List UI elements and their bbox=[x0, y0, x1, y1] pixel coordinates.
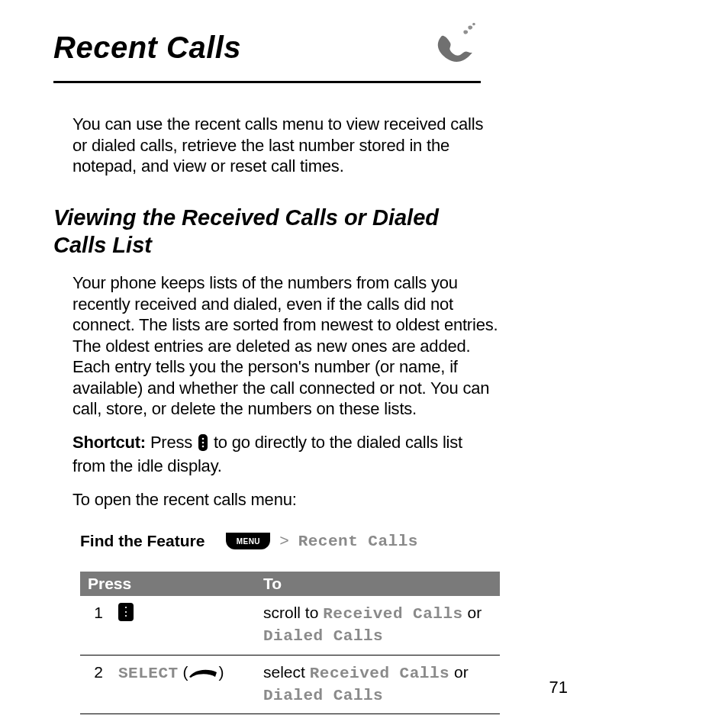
to-cell: select Received Calls or Dialed Calls bbox=[256, 655, 500, 714]
menu-key-icon: MENU bbox=[226, 533, 270, 549]
select-label: SELECT bbox=[118, 665, 179, 682]
press-cell bbox=[111, 596, 256, 655]
ui-text: Dialed Calls bbox=[263, 627, 383, 645]
page-title: Recent Calls bbox=[53, 31, 241, 65]
find-label: Find the Feature bbox=[80, 532, 205, 550]
to-cell: scroll to Received Calls or Dialed Calls bbox=[256, 596, 500, 655]
path-separator: > bbox=[279, 533, 289, 550]
path-target: Recent Calls bbox=[298, 533, 418, 550]
find-the-feature-row: Find the Feature MENU > Recent Calls bbox=[80, 531, 682, 550]
to-pre: scroll to bbox=[263, 604, 323, 621]
title-row: Recent Calls bbox=[53, 31, 481, 83]
ui-text: Dialed Calls bbox=[263, 687, 383, 704]
intro-paragraph: You can use the recent calls menu to vie… bbox=[72, 114, 500, 177]
to-mid: or bbox=[449, 663, 469, 681]
section-paragraph: Your phone keeps lists of the numbers fr… bbox=[72, 272, 500, 420]
page-number: 71 bbox=[549, 678, 568, 697]
shortcut-line: Shortcut: Press to go directly to the di… bbox=[72, 432, 500, 477]
find-path: MENU > Recent Calls bbox=[226, 531, 418, 550]
shortcut-before: Press bbox=[146, 433, 197, 452]
step-number: 1 bbox=[80, 596, 111, 655]
to-mid: or bbox=[463, 604, 482, 621]
nav-key-icon bbox=[118, 603, 134, 621]
paren-close: ) bbox=[218, 663, 224, 681]
phone-icon bbox=[427, 23, 481, 69]
svg-point-3 bbox=[202, 445, 205, 447]
scroll-key-icon bbox=[197, 434, 209, 456]
ui-text: Received Calls bbox=[310, 665, 449, 682]
section-heading: Viewing the Received Calls or Dialed Cal… bbox=[53, 204, 481, 259]
table-row: 2 SELECT () select Received Calls or Dia… bbox=[80, 655, 500, 714]
ui-text: Received Calls bbox=[323, 605, 462, 623]
to-pre: select bbox=[263, 663, 310, 681]
svg-point-2 bbox=[202, 441, 205, 443]
svg-point-1 bbox=[202, 437, 205, 440]
shortcut-label: Shortcut: bbox=[72, 433, 146, 452]
col-header-press: Press bbox=[80, 572, 256, 596]
manual-page: Recent Calls You can use the recent call… bbox=[0, 0, 728, 728]
table-row: 1 scroll to Received Calls or Dialed Cal… bbox=[80, 596, 500, 655]
open-note: To open the recent calls menu: bbox=[72, 489, 500, 511]
col-header-to: To bbox=[256, 572, 500, 596]
softkey-icon bbox=[188, 667, 218, 679]
paren-open: ( bbox=[179, 663, 188, 681]
step-number: 2 bbox=[80, 655, 111, 714]
press-cell: SELECT () bbox=[111, 655, 256, 714]
steps-table: Press To 1 scroll to Received Calls or D… bbox=[80, 572, 500, 714]
